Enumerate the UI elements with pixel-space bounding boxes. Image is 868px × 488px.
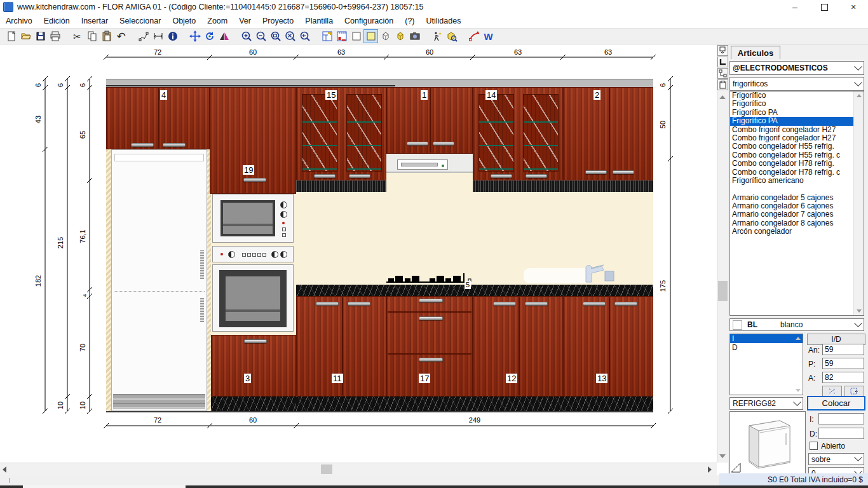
zoom-in-icon[interactable] <box>239 29 254 43</box>
scroll-down-icon[interactable] <box>719 454 726 458</box>
new-icon[interactable] <box>4 29 18 43</box>
scroll-down-icon[interactable] <box>796 389 801 392</box>
corner-wall-icon[interactable] <box>717 57 728 67</box>
finish-select[interactable]: BL blanco <box>729 318 864 331</box>
wall-cabinet-4[interactable] <box>106 87 210 149</box>
tab-articulos[interactable]: Articulos <box>731 46 780 59</box>
list-item[interactable]: Armario congelador 6 cajones <box>730 202 864 210</box>
place-object-icon[interactable] <box>717 45 728 56</box>
mirror-icon[interactable] <box>217 29 231 43</box>
list-item[interactable]: Armario congelador 7 cajones <box>730 210 864 219</box>
rotate-icon[interactable] <box>202 29 217 43</box>
paste-icon[interactable] <box>99 29 114 43</box>
zoom-window-icon[interactable] <box>268 29 283 43</box>
polyline-icon[interactable] <box>136 29 151 43</box>
list-item[interactable]: Combo frigorif congelador H27 <box>730 134 864 142</box>
info-icon[interactable] <box>165 29 180 43</box>
catalog-select[interactable]: @ELECTRODOMESTICOS <box>729 61 864 75</box>
list-item[interactable]: Combo congelador H55 refrig. c <box>730 151 864 159</box>
close-button[interactable]: × <box>839 0 868 14</box>
copy-icon[interactable] <box>85 29 99 43</box>
open-checkbox[interactable] <box>810 442 818 450</box>
menu-utilidades[interactable]: Utilidades <box>421 15 467 28</box>
dimension-icon[interactable] <box>151 29 165 43</box>
elevation-grid-icon[interactable] <box>334 29 349 43</box>
menu-ayuda[interactable]: (?) <box>399 15 420 28</box>
menu-zoom[interactable]: Zoom <box>201 15 233 28</box>
drawer-unit-3[interactable] <box>211 335 296 396</box>
menu-plantilla[interactable]: Plantilla <box>299 15 339 28</box>
right-gap-input[interactable] <box>818 428 864 439</box>
walkthrough-icon[interactable] <box>430 29 444 43</box>
base-cabinet-12[interactable] <box>473 296 563 396</box>
menu-objeto[interactable]: Objeto <box>166 15 201 28</box>
variant-item[interactable]: D <box>730 343 803 352</box>
path-icon[interactable] <box>466 29 481 43</box>
view-elevation-icon[interactable] <box>363 29 378 43</box>
restore-button[interactable] <box>810 0 839 14</box>
word-export-icon[interactable]: W <box>481 29 496 43</box>
cut-icon[interactable]: ✂ <box>70 29 85 43</box>
schema-icon[interactable] <box>717 68 728 79</box>
move-icon[interactable] <box>187 29 202 43</box>
clipboard-icon[interactable] <box>717 79 728 90</box>
microwave[interactable] <box>212 194 294 243</box>
scroll-up-icon[interactable] <box>796 337 801 340</box>
list-item[interactable]: Combo congelador H78 refrig. c <box>730 168 864 177</box>
family-select[interactable]: frigoríficos <box>729 77 864 91</box>
variant-list[interactable]: I D <box>729 334 803 395</box>
photo-icon[interactable] <box>407 29 422 43</box>
view-blank-icon[interactable] <box>349 29 363 43</box>
menu-insertar[interactable]: Insertar <box>76 15 114 28</box>
scroll-down-icon[interactable] <box>857 309 862 313</box>
menu-edicion[interactable]: Edición <box>38 15 76 28</box>
height-input[interactable] <box>822 372 864 383</box>
vertical-scrollbar-thumb[interactable] <box>718 281 728 301</box>
article-preview[interactable] <box>729 411 806 474</box>
mode-select[interactable]: sobre <box>808 453 864 465</box>
save-icon[interactable] <box>33 29 48 43</box>
list-scrollbar[interactable] <box>853 92 864 315</box>
zoom-all-icon[interactable] <box>283 29 297 43</box>
list-item[interactable]: Frigorífico PA <box>730 109 864 117</box>
menu-archivo[interactable]: Archivo <box>0 15 38 28</box>
wall-cabinet-2[interactable] <box>563 87 653 180</box>
oven[interactable] <box>212 264 294 332</box>
horizontal-scrollbar[interactable] <box>0 463 717 475</box>
place-button[interactable]: Colocar <box>807 396 865 410</box>
base-cabinet-13[interactable] <box>563 296 653 396</box>
zoom-out-icon[interactable] <box>254 29 268 43</box>
list-item[interactable]: Arcón congelador <box>730 227 864 236</box>
list-item[interactable]: Frigorífico <box>730 100 864 108</box>
oven-control-strip[interactable] <box>212 246 294 262</box>
open-icon[interactable] <box>18 29 33 43</box>
plan-view-icon[interactable] <box>320 29 334 43</box>
sku-select[interactable]: REFRIGG82 <box>729 397 803 410</box>
drawing-canvas[interactable]: 72 60 63 60 63 63 72 60 249 6 43 182 6 2… <box>0 44 717 463</box>
zoom-previous-icon[interactable] <box>297 29 312 43</box>
list-item[interactable]: Combo congelador H78 refrig. <box>730 159 864 168</box>
variant-item-selected[interactable]: I <box>730 334 803 343</box>
print-icon[interactable] <box>48 29 62 43</box>
dimension-options-button[interactable] <box>844 386 864 396</box>
wall-cabinet-1[interactable] <box>386 87 473 154</box>
width-input[interactable] <box>822 344 864 355</box>
list-item[interactable]: Frigorífico americano <box>730 177 864 185</box>
glass-cabinet-14[interactable] <box>473 87 563 180</box>
scroll-up-icon[interactable] <box>719 95 726 99</box>
list-item[interactable]: Combo frigorif congelador H27 <box>730 126 864 134</box>
menu-ver[interactable]: Ver <box>233 15 257 28</box>
minimize-button[interactable]: – <box>780 0 810 14</box>
menu-configuracion[interactable]: Configuración <box>339 15 399 28</box>
glass-cabinet-15[interactable] <box>296 87 386 180</box>
horizontal-scrollbar-thumb[interactable] <box>321 464 332 474</box>
reset-size-button[interactable] <box>822 386 842 396</box>
view-3d-wireframe-icon[interactable] <box>378 29 393 43</box>
extractor-hood[interactable] <box>386 154 473 173</box>
fridge[interactable] <box>111 149 207 411</box>
article-list[interactable]: Frigorífico Frigorífico Frigorífico PA F… <box>729 91 864 316</box>
scroll-up-icon[interactable] <box>857 94 862 97</box>
undo-icon[interactable]: ↶ <box>114 29 128 43</box>
list-item[interactable]: Frigorífico <box>730 92 864 100</box>
left-gap-input[interactable] <box>818 413 864 424</box>
